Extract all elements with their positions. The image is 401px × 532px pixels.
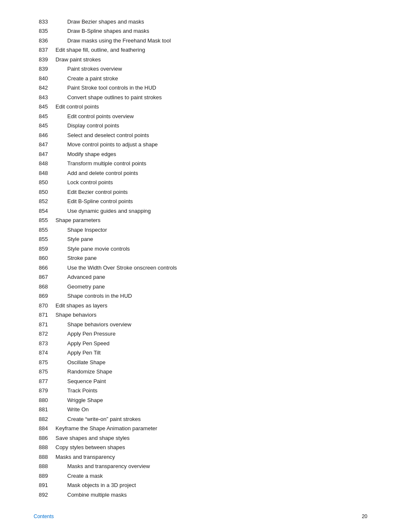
page-number: 845: [34, 102, 55, 112]
page-number: 852: [34, 197, 55, 206]
entry-text: Display control points: [55, 121, 367, 131]
entry-text: Add and delete control points: [55, 168, 367, 178]
page-number: 859: [34, 244, 55, 254]
entry-text: Combine multiple masks: [55, 490, 367, 500]
table-row: 875Oscillate Shape: [34, 357, 367, 367]
table-row: 839Paint strokes overview: [34, 64, 367, 74]
table-row: 888Copy styles between shapes: [34, 443, 367, 453]
entry-text: Style pane movie controls: [55, 244, 367, 254]
page-number: 847: [34, 149, 55, 159]
entry-text: Transform multiple control points: [55, 159, 367, 169]
table-row: 845Edit control points: [34, 102, 367, 112]
toc-table: 833Draw Bezier shapes and masks835Draw B…: [34, 17, 367, 500]
entry-text: Use dynamic guides and snapping: [55, 206, 367, 216]
page-number: 879: [34, 386, 55, 396]
page-number: 867: [34, 273, 55, 282]
page-number: 837: [34, 45, 55, 55]
page-number: 845: [34, 121, 55, 131]
entry-text: Apply Pen Pressure: [55, 329, 367, 339]
entry-text: Draw B-Spline shapes and masks: [55, 26, 367, 36]
page-number: 845: [34, 111, 55, 121]
entry-text: Apply Pen Speed: [55, 339, 367, 348]
table-row: 833Draw Bezier shapes and masks: [34, 17, 367, 26]
table-row: 880Wriggle Shape: [34, 395, 367, 405]
page-number: 870: [34, 301, 55, 310]
page-number: 888: [34, 462, 55, 471]
page-number: 846: [34, 130, 55, 140]
entry-text: Randomize Shape: [55, 367, 367, 377]
table-row: 850Edit Bezier control points: [34, 187, 367, 197]
page-number: 860: [34, 254, 55, 263]
page-number: 840: [34, 74, 55, 83]
table-row: 875Randomize Shape: [34, 367, 367, 377]
table-row: 836Draw masks using the Freehand Mask to…: [34, 36, 367, 45]
page-number: 839: [34, 55, 55, 64]
page-number: 891: [34, 481, 55, 490]
page-number: 874: [34, 348, 55, 358]
entry-text: Edit shape fill, outline, and feathering: [55, 45, 367, 55]
table-row: 871Shape behaviors: [34, 310, 367, 320]
table-row: 845Display control points: [34, 121, 367, 131]
table-row: 889Create a mask: [34, 471, 367, 481]
table-row: 869Shape controls in the HUD: [34, 291, 367, 301]
entry-text: Select and deselect control points: [55, 130, 367, 140]
entry-text: Move control points to adjust a shape: [55, 140, 367, 150]
page-number: 882: [34, 414, 55, 424]
entry-text: Edit control points overview: [55, 111, 367, 121]
table-row: 872Apply Pen Pressure: [34, 329, 367, 339]
page-number: 880: [34, 395, 55, 405]
table-row: 842Paint Stroke tool controls in the HUD: [34, 83, 367, 93]
entry-text: Edit control points: [55, 102, 367, 112]
page-number: 886: [34, 433, 55, 443]
page-number: 833: [34, 17, 55, 26]
page-number: 871: [34, 310, 55, 320]
table-row: 884Keyframe the Shape Animation paramete…: [34, 424, 367, 434]
table-row: 888Masks and transparency overview: [34, 462, 367, 471]
entry-text: Wriggle Shape: [55, 395, 367, 405]
entry-text: Shape behaviors: [55, 310, 367, 320]
table-row: 855Shape Inspector: [34, 225, 367, 235]
entry-text: Oscillate Shape: [55, 357, 367, 367]
entry-text: Geometry pane: [55, 282, 367, 291]
entry-text: Create “write-on” paint strokes: [55, 414, 367, 424]
page-number: 892: [34, 490, 55, 500]
table-row: 867Advanced pane: [34, 273, 367, 282]
table-row: 837Edit shape fill, outline, and feather…: [34, 45, 367, 55]
table-row: 850Lock control points: [34, 178, 367, 188]
table-row: 868Geometry pane: [34, 282, 367, 291]
table-row: 839Draw paint strokes: [34, 55, 367, 64]
page-number: 850: [34, 187, 55, 197]
page-number: 850: [34, 178, 55, 188]
page-number: 843: [34, 93, 55, 102]
page-number: 884: [34, 424, 55, 434]
footer-contents-link[interactable]: Contents: [34, 513, 54, 519]
table-row: 888Masks and transparency: [34, 452, 367, 462]
page-number: 872: [34, 329, 55, 339]
entry-text: Track Points: [55, 386, 367, 396]
page-number: 842: [34, 83, 55, 93]
table-row: 881Write On: [34, 405, 367, 415]
entry-text: Create a paint stroke: [55, 74, 367, 83]
entry-text: Use the Width Over Stroke onscreen contr…: [55, 263, 367, 273]
entry-text: Draw Bezier shapes and masks: [55, 17, 367, 26]
table-row: 886Save shapes and shape styles: [34, 433, 367, 443]
table-row: 847Move control points to adjust a shape: [34, 140, 367, 150]
entry-text: Style pane: [55, 235, 367, 244]
page-number: 875: [34, 367, 55, 377]
entry-text: Draw masks using the Freehand Mask tool: [55, 36, 367, 45]
table-row: 882Create “write-on” paint strokes: [34, 414, 367, 424]
entry-text: Mask objects in a 3D project: [55, 481, 367, 490]
page-number: 847: [34, 140, 55, 150]
table-row: 855Style pane: [34, 235, 367, 244]
entry-text: Advanced pane: [55, 273, 367, 282]
table-row: 835Draw B-Spline shapes and masks: [34, 26, 367, 36]
table-row: 848Transform multiple control points: [34, 159, 367, 169]
entry-text: Shape Inspector: [55, 225, 367, 235]
page-number: 889: [34, 471, 55, 481]
table-row: 891Mask objects in a 3D project: [34, 481, 367, 490]
entry-text: Create a mask: [55, 471, 367, 481]
footer: Contents 20: [0, 513, 401, 519]
table-row: 848Add and delete control points: [34, 168, 367, 178]
entry-text: Stroke pane: [55, 254, 367, 263]
table-row: 879Track Points: [34, 386, 367, 396]
